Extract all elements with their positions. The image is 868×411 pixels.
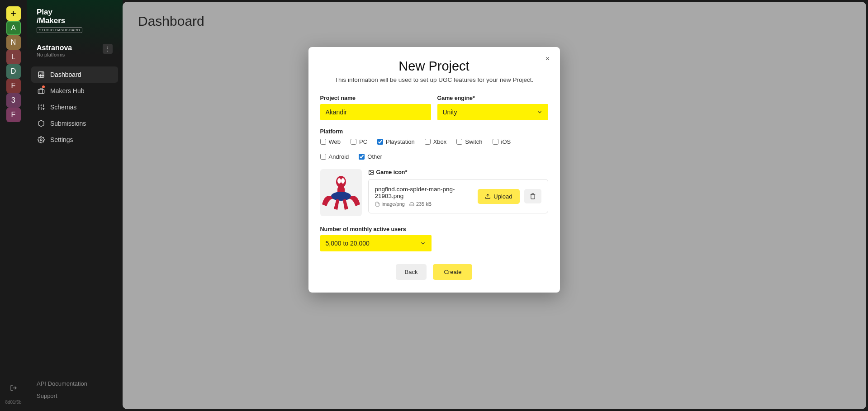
platform-checkbox[interactable] [320,139,326,145]
platform-playstation[interactable]: Playstation [377,138,415,145]
sidebar-item-schemas[interactable]: Schemas [31,99,118,115]
workspace-name: Astranova [37,44,72,52]
back-button[interactable]: Back [396,264,427,280]
workspace-switcher-item[interactable]: N [6,35,21,50]
platform-xbox[interactable]: Xbox [425,138,447,145]
platform-label: PC [359,138,367,145]
add-workspace-button[interactable]: + [6,6,21,21]
api-docs-link[interactable]: API Documentation [37,378,113,390]
engine-label: Game engine* [437,95,548,101]
upload-button[interactable]: Upload [478,189,519,204]
platform-checkbox[interactable] [320,154,326,160]
support-link[interactable]: Support [37,390,113,402]
platform-label: Xbox [433,138,447,145]
hub-icon [38,87,45,94]
platform-switch[interactable]: Switch [456,138,482,145]
mau-label: Number of monthly active users [320,226,548,232]
mau-value: 5,000 to 20,000 [326,240,370,247]
svg-rect-1 [38,72,44,77]
platform-checkbox[interactable] [351,139,356,145]
platform-label: Playstation [386,138,415,145]
page-title: Dashboard [138,14,851,29]
sidebar-item-submissions[interactable]: Submissions [31,115,118,132]
workspace-subtitle: No platforms [37,52,72,57]
svg-point-15 [40,139,42,141]
platform-checkbox[interactable] [493,139,498,145]
platform-checkbox[interactable] [456,139,462,145]
sidebar-item-makers-hub[interactable]: Makers Hub [31,83,118,99]
trash-icon [530,193,536,199]
exit-icon[interactable] [6,381,21,395]
engine-select[interactable]: Unity [437,104,548,120]
platform-ios[interactable]: iOS [493,138,511,145]
game-icon-thumbnail [320,169,362,216]
sidebar-item-label: Makers Hub [50,87,84,94]
game-icon-label: Game icon* [368,169,548,175]
workspace-menu-icon[interactable]: ⋮ [103,44,113,54]
svg-point-24 [370,171,370,172]
svg-rect-5 [38,90,44,94]
create-button[interactable]: Create [433,264,472,280]
platform-web[interactable]: Web [320,138,341,145]
disk-icon [409,202,414,207]
file-type: image/png [375,201,405,207]
workspace-switcher-item[interactable]: D [6,64,21,79]
footer-links: API Documentation Support [27,378,123,402]
delete-file-button[interactable] [524,189,541,203]
file-icon [375,202,380,207]
sidebar-item-label: Dashboard [50,71,81,78]
platform-label: Other [367,153,382,160]
platform-label: Switch [465,138,482,145]
project-name-label: Project name [320,95,431,101]
platform-label: Web [329,138,341,145]
platform-other[interactable]: Other [359,153,382,160]
file-size: 235 kB [409,201,432,207]
chevron-down-icon [420,240,426,246]
platform-checkbox[interactable] [359,154,365,160]
platform-checkbox[interactable] [377,139,383,145]
sidebar-item-settings[interactable]: Settings [31,132,118,148]
engine-value: Unity [443,109,457,116]
platform-checkbox[interactable] [425,139,431,145]
platform-label: iOS [501,138,511,145]
dashboard-icon [38,71,45,78]
workspace-rail: +ANLDF3F 8d01f6b [0,0,27,411]
workspace-switcher-item[interactable]: A [6,21,21,35]
workspace-switcher-item[interactable]: L [6,50,21,64]
submissions-icon [38,120,45,127]
schemas-icon [38,104,45,111]
dialog-subtitle: This information will be used to set up … [320,76,548,83]
settings-icon [38,136,45,143]
platform-android[interactable]: Android [320,153,349,160]
svg-point-20 [331,192,351,201]
nav: DashboardMakers HubSchemasSubmissionsSet… [27,64,123,151]
workspace-switcher-item[interactable]: F [6,79,21,93]
svg-point-22 [341,178,345,184]
svg-point-21 [337,178,341,184]
upload-icon [485,194,491,199]
sidebar: Play /Makers STUDIO DASHBOARD Astranova … [27,0,123,411]
image-icon [368,170,374,175]
sidebar-item-label: Settings [50,136,73,143]
sidebar-item-dashboard[interactable]: Dashboard [31,66,118,83]
project-name-input[interactable] [320,104,431,120]
file-box: pngfind.com-spider-man-png-21983.png ima… [368,179,548,213]
logo: Play /Makers STUDIO DASHBOARD [27,8,123,36]
version-label: 8d01f6b [5,400,21,405]
new-project-dialog: New Project This information will be use… [308,47,560,293]
mau-select[interactable]: 5,000 to 20,000 [320,235,432,251]
sidebar-item-label: Submissions [50,120,86,127]
chevron-down-icon [536,109,543,115]
workspace-header: Astranova No platforms ⋮ [27,36,123,64]
close-icon[interactable] [543,53,553,63]
platform-pc[interactable]: PC [351,138,367,145]
file-name: pngfind.com-spider-man-png-21983.png [375,186,474,199]
sidebar-item-label: Schemas [50,104,76,111]
logo-badge: STUDIO DASHBOARD [37,27,82,33]
dialog-title: New Project [320,59,548,74]
platform-label: Platform [320,128,548,135]
workspace-switcher-item[interactable]: 3 [6,93,21,108]
workspace-switcher-item[interactable]: F [6,108,21,122]
platform-label: Android [329,153,349,160]
